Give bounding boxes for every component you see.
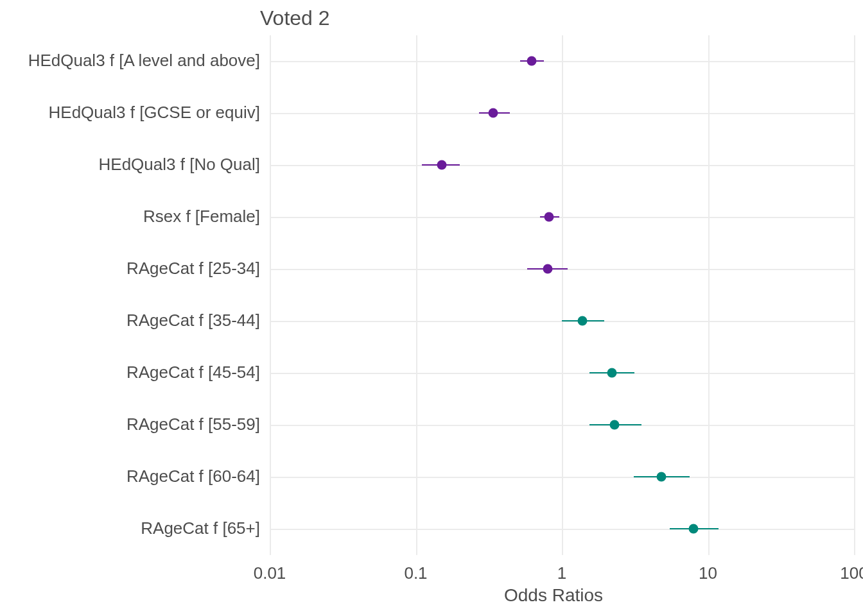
estimate-point (545, 212, 554, 222)
forest-plot: Voted 2 Odds Ratios 0.010.1110100HEdQual… (0, 0, 863, 616)
x-tick-label: 0.1 (404, 563, 427, 583)
grid-line-vertical (854, 35, 855, 555)
y-tick-label: HEdQual3 f [A level and above] (0, 51, 260, 71)
grid-line-horizontal (270, 373, 854, 374)
y-tick-label: RAgeCat f [60-64] (0, 466, 260, 486)
chart-title: Voted 2 (260, 6, 330, 30)
estimate-point (437, 160, 446, 170)
y-tick-label: HEdQual3 f [GCSE or equiv] (0, 103, 260, 123)
grid-line-horizontal (270, 113, 854, 114)
y-tick-label: RAgeCat f [45-54] (0, 363, 260, 382)
x-tick-label: 100 (840, 563, 863, 583)
estimate-point (689, 524, 699, 534)
grid-line-horizontal (270, 425, 854, 426)
grid-line-horizontal (270, 61, 854, 62)
y-tick-label: RAgeCat f [35-44] (0, 311, 260, 330)
grid-line-horizontal (270, 165, 854, 166)
x-axis-title: Odds Ratios (504, 585, 603, 606)
y-tick-label: RAgeCat f [25-34] (0, 259, 260, 278)
estimate-point (543, 264, 552, 274)
plot-panel (270, 35, 854, 555)
y-tick-label: RAgeCat f [55-59] (0, 415, 260, 434)
x-tick-label: 0.01 (254, 563, 286, 583)
estimate-point (656, 472, 666, 482)
y-tick-label: HEdQual3 f [No Qual] (0, 155, 260, 175)
y-tick-label: Rsex f [Female] (0, 207, 260, 227)
grid-line-horizontal (270, 217, 854, 218)
estimate-point (527, 56, 536, 66)
x-tick-label: 1 (557, 563, 566, 583)
estimate-point (489, 108, 498, 118)
estimate-point (577, 316, 587, 326)
y-tick-label: RAgeCat f [65+] (0, 518, 260, 538)
grid-line-horizontal (270, 529, 854, 530)
grid-line-horizontal (270, 477, 854, 478)
estimate-point (607, 368, 616, 378)
estimate-point (610, 420, 620, 430)
x-tick-label: 10 (699, 563, 717, 583)
